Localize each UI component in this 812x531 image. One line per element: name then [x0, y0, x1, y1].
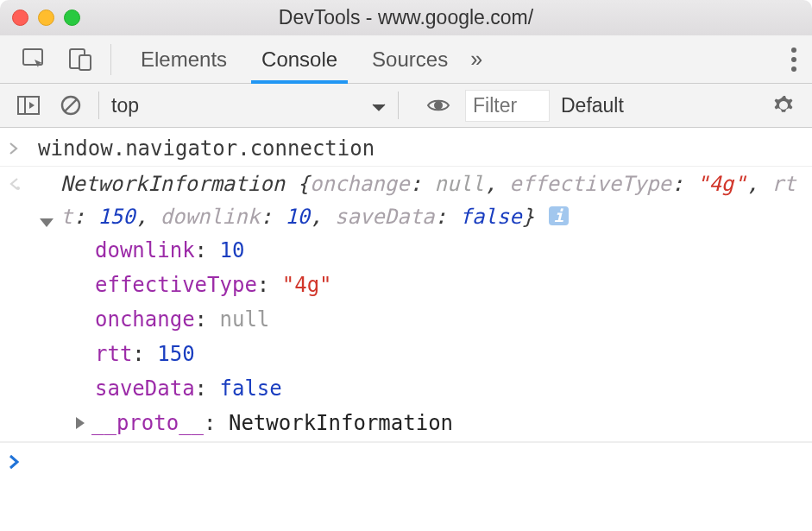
dropdown-arrow-icon — [372, 94, 386, 117]
console-prompt-row[interactable] — [0, 442, 812, 479]
window-title: DevTools - www.google.com/ — [0, 6, 812, 29]
titlebar: DevTools - www.google.com/ — [0, 0, 812, 35]
input-caret-icon — [9, 132, 38, 165]
tab-sources[interactable]: Sources — [355, 35, 465, 83]
svg-rect-3 — [18, 97, 39, 114]
tabs-overflow-icon[interactable]: » — [470, 47, 482, 72]
panel-tabs: Elements Console Sources — [123, 35, 465, 83]
console-toolbar: top Default — [0, 84, 812, 128]
settings-gear-icon[interactable] — [767, 94, 800, 117]
console-result-row[interactable]: NetworkInformation {onchange: null, effe… — [0, 167, 812, 442]
expand-toggle-icon[interactable] — [40, 204, 54, 237]
property-onchange[interactable]: onchange: null — [95, 302, 798, 337]
svg-point-9 — [16, 186, 20, 190]
more-options-icon[interactable] — [791, 43, 796, 76]
output-caret-icon — [9, 168, 38, 200]
context-label: top — [111, 94, 139, 117]
property-downlink[interactable]: downlink: 10 — [95, 233, 798, 268]
context-selector[interactable]: top — [111, 94, 386, 117]
tab-console[interactable]: Console — [244, 35, 355, 83]
log-level-selector[interactable]: Default — [561, 94, 624, 117]
svg-line-6 — [65, 99, 77, 111]
window-controls — [12, 9, 80, 26]
close-button[interactable] — [12, 9, 28, 26]
zoom-button[interactable] — [64, 9, 80, 26]
panel-tabbar: Elements Console Sources » — [0, 35, 812, 84]
toggle-sidebar-icon[interactable] — [12, 96, 45, 115]
inspect-element-icon[interactable] — [16, 48, 54, 71]
console-output: window.navigator.connection NetworkInfor… — [0, 128, 812, 531]
object-properties: downlink: 10 effectiveType: "4g" onchang… — [38, 233, 798, 440]
live-expression-icon[interactable] — [421, 98, 456, 113]
property-effectivetype[interactable]: effectiveType: "4g" — [95, 268, 798, 302]
tab-elements[interactable]: Elements — [123, 35, 244, 83]
svg-point-8 — [781, 103, 787, 109]
device-toolbar-icon[interactable] — [62, 48, 98, 71]
property-savedata[interactable]: saveData: false — [95, 371, 798, 406]
prompt-caret-icon — [9, 446, 38, 479]
clear-console-icon[interactable] — [55, 95, 86, 116]
info-badge-icon[interactable]: i — [549, 206, 569, 225]
svg-rect-2 — [79, 55, 91, 70]
object-summary[interactable]: NetworkInformation {onchange: null, effe… — [38, 168, 798, 233]
console-command[interactable]: window.navigator.connection — [38, 132, 375, 165]
minimize-button[interactable] — [38, 9, 54, 26]
console-input-row: window.navigator.connection — [0, 131, 812, 167]
filter-input[interactable] — [466, 91, 549, 121]
expand-right-icon[interactable] — [76, 417, 85, 429]
svg-point-7 — [435, 102, 442, 109]
property-rtt[interactable]: rtt: 150 — [95, 337, 798, 371]
property-proto[interactable]: __proto__: NetworkInformation — [95, 406, 798, 440]
